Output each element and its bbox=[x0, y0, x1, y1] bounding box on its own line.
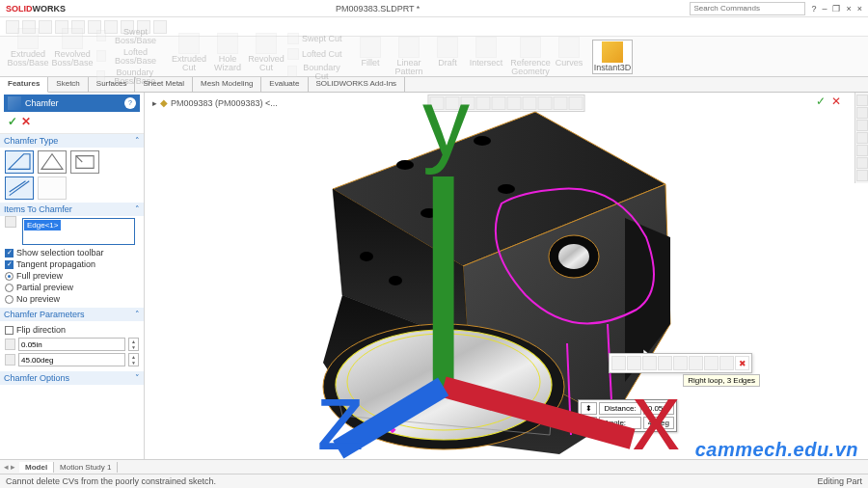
swept-boss-button[interactable]: Swept Boss/Base bbox=[95, 27, 163, 46]
pm-cancel-button[interactable]: ✕ bbox=[21, 115, 31, 128]
pm-ok-button[interactable]: ✓ bbox=[8, 115, 17, 128]
motion-tabs: ◂▸ Model Motion Study 1 bbox=[0, 459, 868, 474]
full-preview-radio[interactable]: Full preview bbox=[5, 270, 139, 282]
lofted-cut-button[interactable]: Lofted Cut bbox=[286, 47, 344, 62]
svg-text:z: z bbox=[317, 364, 365, 470]
minimize-icon[interactable]: – bbox=[822, 4, 827, 14]
distance-icon bbox=[5, 339, 15, 350]
logo-text-dark: WORKS bbox=[33, 4, 67, 14]
tangent-propagation-check[interactable]: Tangent propagation bbox=[5, 258, 139, 270]
chamfer-type-offset-face[interactable] bbox=[5, 176, 34, 200]
tab-scroll-left-icon[interactable]: ◂ bbox=[4, 462, 9, 472]
selected-edge[interactable]: Edge<1> bbox=[24, 220, 61, 230]
lofted-boss-button[interactable]: Lofted Boss/Base bbox=[95, 47, 163, 67]
chamfer-type-angle-distance[interactable] bbox=[5, 150, 34, 174]
pm-title-text: Chamfer bbox=[25, 98, 59, 108]
doc-close-icon[interactable]: × bbox=[846, 4, 851, 14]
status-message: Cannot delete CVs from the poorly constr… bbox=[6, 476, 216, 486]
watermark: cammech.edu.vn bbox=[695, 439, 858, 461]
instant3d-button[interactable]: Instant3D bbox=[592, 40, 633, 74]
linear-pattern-button[interactable]: Linear Pattern bbox=[391, 36, 427, 77]
draft-button[interactable]: Draft bbox=[429, 36, 466, 68]
tab-model[interactable]: Model bbox=[19, 462, 54, 473]
show-selection-toolbar-check[interactable]: Show selection toolbar bbox=[5, 247, 139, 258]
chamfer-type-vertex[interactable] bbox=[70, 150, 99, 174]
ribbon: Extruded Boss/Base Revolved Boss/Base Sw… bbox=[0, 37, 868, 77]
chevron-up-icon: ˄ bbox=[135, 136, 140, 146]
property-manager-title: Chamfer ? bbox=[4, 95, 140, 112]
section-items-to-chamfer[interactable]: Items To Chamfer˄ bbox=[0, 203, 144, 216]
boundary-boss-button[interactable]: Boundary Boss/Base bbox=[95, 68, 163, 87]
help-icon[interactable]: ? bbox=[811, 4, 816, 14]
boundary-cut-button[interactable]: Boundary Cut bbox=[286, 63, 344, 82]
status-mode: Editing Part bbox=[817, 476, 862, 486]
hole-wizard-button[interactable]: Hole Wizard bbox=[209, 32, 246, 73]
chevron-up-icon: ˄ bbox=[135, 204, 140, 214]
angle-spinner[interactable]: ▲▼ bbox=[128, 353, 139, 366]
fillet-button[interactable]: Fillet bbox=[352, 36, 389, 68]
title-bar: SOLIDWORKS PM009383.SLDPRT * ? – ❐ × × bbox=[0, 0, 868, 17]
extruded-cut-button[interactable]: Extruded Cut bbox=[171, 32, 207, 73]
distance-input[interactable] bbox=[18, 338, 125, 351]
app-close-icon[interactable]: × bbox=[857, 4, 862, 14]
pm-help-icon[interactable]: ? bbox=[124, 97, 136, 109]
section-chamfer-options[interactable]: Chamfer Options˅ bbox=[0, 371, 144, 385]
chamfer-type-distance-distance[interactable] bbox=[38, 150, 67, 174]
extruded-boss-button[interactable]: Extruded Boss/Base bbox=[7, 27, 49, 68]
chamfer-type-face-face[interactable] bbox=[38, 176, 67, 200]
tab-scroll-right-icon[interactable]: ▸ bbox=[11, 462, 15, 472]
chevron-down-icon: ˅ bbox=[135, 373, 140, 383]
chevron-up-icon: ˄ bbox=[135, 310, 140, 319]
revolved-cut-button[interactable]: Revolved Cut bbox=[248, 32, 285, 73]
reference-geometry-button[interactable]: Reference Geometry bbox=[512, 36, 549, 77]
chamfer-icon bbox=[8, 96, 21, 110]
revolved-boss-button[interactable]: Revolved Boss/Base bbox=[51, 27, 94, 68]
logo-text-red: SOLID bbox=[6, 4, 33, 14]
edge-selection-icon bbox=[5, 216, 16, 228]
section-chamfer-type[interactable]: Chamfer Type˄ bbox=[0, 134, 144, 148]
3d-viewport[interactable]: ▸ ◆ PM009383 (PM009383) <... ✓ ✕ bbox=[145, 93, 868, 471]
app-logo: SOLIDWORKS bbox=[6, 3, 66, 14]
feature-manager-panel: Chamfer ? ✓ ✕ Chamfer Type˄ Items To Cha… bbox=[0, 93, 145, 471]
section-chamfer-parameters[interactable]: Chamfer Parameters˄ bbox=[0, 308, 144, 321]
no-preview-radio[interactable]: No preview bbox=[5, 293, 139, 305]
maximize-icon[interactable]: ❐ bbox=[832, 4, 840, 14]
svg-line-15 bbox=[444, 387, 633, 439]
svg-text:y: y bbox=[422, 93, 470, 176]
partial-preview-radio[interactable]: Partial preview bbox=[5, 282, 139, 293]
svg-text:x: x bbox=[633, 364, 680, 470]
status-bar: Cannot delete CVs from the poorly constr… bbox=[0, 474, 868, 488]
curves-button[interactable]: Curves bbox=[551, 36, 587, 68]
angle-icon bbox=[5, 354, 15, 366]
document-title: PM009383.SLDPRT * bbox=[66, 4, 690, 14]
swept-cut-button[interactable]: Swept Cut bbox=[286, 32, 344, 46]
distance-spinner[interactable]: ▲▼ bbox=[128, 338, 139, 351]
tab-motion-study[interactable]: Motion Study 1 bbox=[54, 462, 118, 473]
flip-direction-check[interactable]: Flip direction bbox=[5, 324, 139, 336]
intersect-button[interactable]: Intersect bbox=[468, 36, 504, 68]
search-commands-input[interactable] bbox=[690, 2, 805, 15]
angle-input[interactable] bbox=[18, 353, 125, 366]
selection-list[interactable]: Edge<1> bbox=[22, 218, 135, 245]
orientation-triad[interactable]: y x z bbox=[145, 93, 868, 471]
